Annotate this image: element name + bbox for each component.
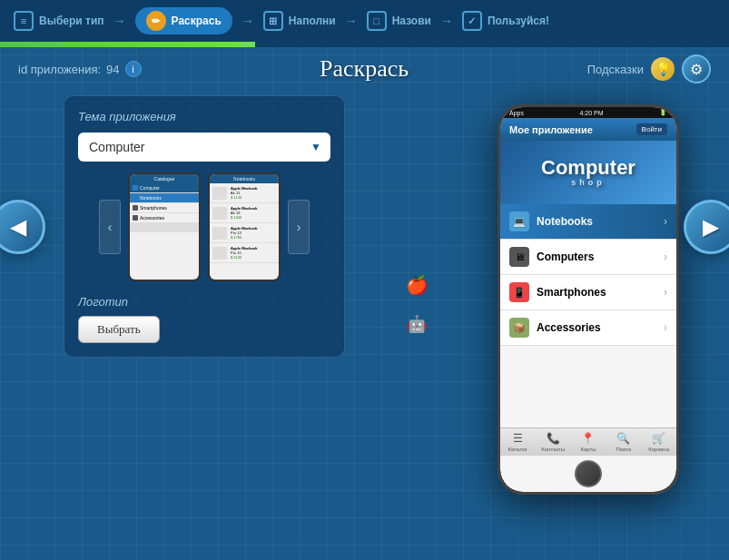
mini-item-computer: Computer bbox=[130, 183, 199, 193]
menu-item-computers[interactable]: 🖥 Computers › bbox=[500, 240, 676, 275]
phone-bottom-tabs: ☰ Каталог 📞 Контакты 📍 Карты 🔍 Поиск 🛒 bbox=[500, 427, 676, 456]
mini-phone-2: Notebooks Apple MacbookAir 11$ 1140 Appl… bbox=[208, 172, 281, 281]
chevron-icon-smartphones: › bbox=[664, 286, 667, 299]
app-id-value: 94 bbox=[106, 63, 119, 76]
top-progress-bar: ≡ Выбери тип → ✏ Раскрась → ⊞ Наполни → … bbox=[0, 0, 729, 42]
hints-section: Подсказки 💡 ⚙ bbox=[587, 54, 711, 84]
apple-icon: 🍎 bbox=[404, 272, 429, 298]
theme-select-wrapper[interactable]: Computer Food Fashion Sport Beauty bbox=[78, 133, 330, 162]
accessory-icon: 📦 bbox=[509, 318, 529, 338]
mini-phone-2-header: Notebooks bbox=[210, 174, 279, 183]
mini-item-macbook4: Apple MacbookPro 15$ 2140 bbox=[210, 243, 279, 263]
right-nav-wrapper: ▶ Наполни bbox=[688, 220, 729, 234]
logo-label: Логотип bbox=[78, 295, 330, 309]
settings-button[interactable]: ⚙ bbox=[682, 54, 711, 84]
info-icon: i bbox=[132, 64, 133, 74]
tab-maps[interactable]: 📍 Карты bbox=[571, 432, 606, 452]
phone-hero-subtitle: shop bbox=[541, 179, 635, 188]
arrow-sep-3: → bbox=[345, 14, 358, 28]
page-title: Раскрась bbox=[320, 55, 409, 83]
mini-item-notebooks: Notebooks bbox=[130, 193, 199, 203]
cart-tab-icon: 🛒 bbox=[652, 432, 665, 445]
step-paint-icon: ✏ bbox=[146, 11, 166, 31]
cart-tab-label: Корзина bbox=[648, 447, 669, 452]
app-id-label: id приложения: bbox=[18, 63, 101, 76]
tab-cart[interactable]: 🛒 Корзина bbox=[641, 432, 676, 452]
step-choose-label: Выбери тип bbox=[39, 15, 104, 27]
mini-item-macbook1: Apple MacbookAir 11$ 1140 bbox=[210, 183, 279, 203]
android-icon: 🤖 bbox=[404, 311, 429, 337]
left-panel: Тема приложения Computer Food Fashion Sp… bbox=[64, 95, 345, 358]
step-fill[interactable]: ⊞ Наполни bbox=[263, 11, 336, 31]
tab-search[interactable]: 🔍 Поиск bbox=[606, 432, 641, 452]
big-phone: Apps 4:20 PM 🔋 Мое приложение Войти Comp… bbox=[497, 104, 679, 495]
mini-item-macbook2: Apple MacbookAir 13$ 1340 bbox=[210, 203, 279, 223]
maps-tab-label: Карты bbox=[580, 447, 596, 452]
arrow-sep-2: → bbox=[241, 14, 254, 28]
hint-light-icon[interactable]: 💡 bbox=[651, 57, 675, 81]
theme-select[interactable]: Computer Food Fashion Sport Beauty bbox=[78, 133, 330, 162]
mini-item-smartphones: Smartphones bbox=[130, 203, 199, 213]
step-use-icon: ✓ bbox=[462, 11, 482, 31]
mini-dot bbox=[133, 195, 138, 201]
search-tab-label: Поиск bbox=[616, 447, 631, 452]
main-content: ◀ Выбери тип Тема приложения Computer Fo… bbox=[0, 95, 729, 358]
logo-section: Логотип Выбрать bbox=[78, 295, 330, 343]
phone-hero-title: Computer bbox=[541, 157, 635, 179]
mini-dot bbox=[133, 185, 138, 191]
right-nav-arrow[interactable]: ▶ bbox=[684, 200, 729, 254]
phone-home-button[interactable] bbox=[575, 460, 602, 487]
menu-item-smartphones[interactable]: 📱 Smartphones › bbox=[500, 275, 676, 310]
mini-item-accessories: Accessories bbox=[130, 213, 199, 223]
menu-label-accessories: Accessories bbox=[537, 321, 664, 334]
menu-item-notebooks[interactable]: 💻 Notebooks › bbox=[500, 204, 676, 240]
arrow-sep-1: → bbox=[113, 14, 126, 28]
catalogue-tab-icon: ☰ bbox=[513, 432, 523, 445]
hints-label: Подсказки bbox=[587, 63, 644, 76]
mini-dot bbox=[133, 215, 138, 221]
tab-contacts[interactable]: 📞 Контакты bbox=[536, 432, 571, 452]
step-use-label: Пользуйся! bbox=[488, 15, 549, 27]
notebook-icon: 💻 bbox=[509, 211, 529, 231]
phone-login-button[interactable]: Войти bbox=[636, 123, 667, 135]
step-name-label: Назови bbox=[392, 15, 431, 27]
contacts-tab-label: Контакты bbox=[541, 447, 565, 452]
tab-catalogue[interactable]: ☰ Каталог bbox=[500, 432, 536, 452]
menu-label-computers: Computers bbox=[537, 251, 664, 263]
left-nav-arrow[interactable]: ◀ bbox=[0, 200, 45, 254]
step-fill-label: Наполни bbox=[289, 15, 336, 27]
chevron-icon-accessories: › bbox=[664, 321, 667, 334]
mini-phone-1-header: Catalogue bbox=[130, 174, 199, 183]
phone-carrier: Apps bbox=[509, 110, 524, 116]
phone-hero-image: Computer shop bbox=[500, 141, 676, 204]
mini-phone-1-screen: Catalogue Computer Notebooks Smartphones bbox=[130, 174, 199, 280]
step-choose[interactable]: ≡ Выбери тип bbox=[14, 11, 104, 31]
phone-hero-text: Computer shop bbox=[541, 157, 635, 188]
mini-dot bbox=[133, 205, 138, 211]
phone-app-header: Мое приложение Войти bbox=[500, 118, 676, 141]
step-name[interactable]: □ Назови bbox=[367, 11, 431, 31]
os-icons: 🍎 🤖 bbox=[404, 272, 429, 337]
step-paint[interactable]: ✏ Раскрась bbox=[135, 7, 232, 34]
arrow-sep-4: → bbox=[440, 14, 453, 28]
step-fill-icon: ⊞ bbox=[263, 11, 283, 31]
mini-phone-2-screen: Notebooks Apple MacbookAir 11$ 1140 Appl… bbox=[210, 174, 279, 280]
mini-item-macbook3: Apple MacbookPro 13$ 1760 bbox=[210, 223, 279, 243]
mini-left-arrow[interactable]: ‹ bbox=[99, 200, 121, 254]
contacts-tab-icon: 📞 bbox=[547, 432, 560, 445]
menu-label-notebooks: Notebooks bbox=[537, 215, 664, 228]
mini-preview: ‹ Catalogue Computer Notebooks Smart bbox=[78, 172, 330, 281]
maps-tab-icon: 📍 bbox=[581, 432, 595, 445]
catalogue-tab-label: Каталог bbox=[507, 447, 527, 452]
phone-battery: 🔋 bbox=[659, 109, 667, 116]
chevron-icon-notebooks: › bbox=[664, 215, 667, 228]
phone-status-bar: Apps 4:20 PM 🔋 bbox=[500, 107, 676, 118]
title-row: id приложения: 94 i Раскрась Подсказки 💡… bbox=[0, 47, 729, 91]
mini-right-arrow[interactable]: › bbox=[288, 200, 310, 254]
choose-logo-button[interactable]: Выбрать bbox=[78, 316, 160, 343]
menu-item-accessories[interactable]: 📦 Accessories › bbox=[500, 310, 676, 346]
info-button[interactable]: i bbox=[125, 61, 142, 77]
search-tab-icon: 🔍 bbox=[616, 432, 630, 445]
theme-label: Тема приложения bbox=[78, 110, 330, 123]
step-use[interactable]: ✓ Пользуйся! bbox=[462, 11, 549, 31]
